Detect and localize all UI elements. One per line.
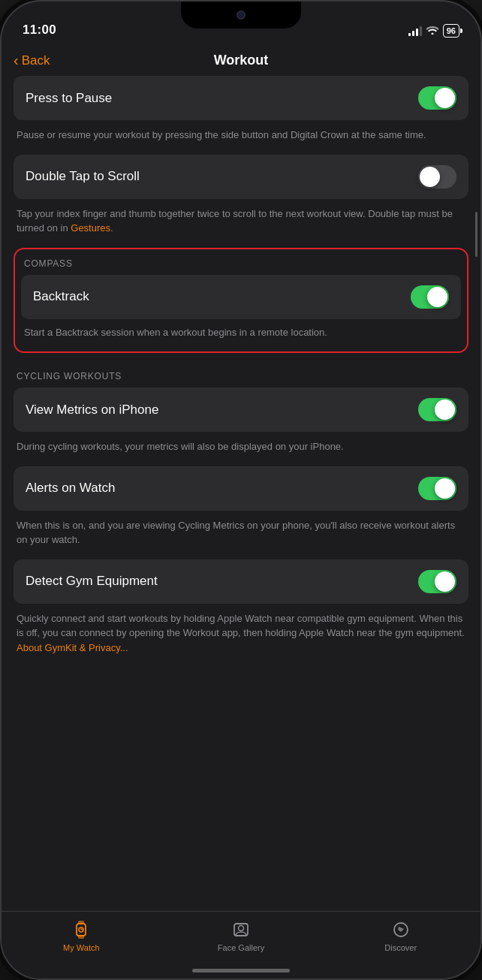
double-tap-label: Double Tap to Scroll	[26, 169, 140, 184]
toggle-knob-4	[435, 400, 455, 420]
press-to-pause-row: Press to Pause	[14, 76, 468, 120]
home-indicator	[192, 969, 290, 972]
wifi-icon	[426, 25, 438, 37]
svg-marker-9	[398, 927, 404, 932]
detect-gym-toggle[interactable]	[418, 570, 456, 593]
phone-frame: 11:00 96 ‹	[0, 0, 482, 980]
alerts-on-watch-row: Alerts on Watch	[14, 466, 468, 511]
toggle-knob-6	[435, 571, 455, 592]
detect-gym-row: Detect Gym Equipment	[14, 559, 468, 604]
press-to-pause-label: Press to Pause	[26, 91, 112, 106]
front-camera	[236, 11, 246, 20]
status-icons: 96	[408, 24, 459, 38]
status-time: 11:00	[23, 23, 56, 38]
toggle-knob-2	[420, 167, 440, 187]
alerts-on-watch-toggle[interactable]	[418, 477, 456, 500]
double-tap-toggle[interactable]	[418, 165, 456, 188]
discover-icon	[390, 919, 411, 940]
face-gallery-icon	[230, 919, 252, 940]
screen-content[interactable]: ‹ Back Workout Press to Pause Pause or r…	[2, 44, 480, 911]
back-button[interactable]: ‹ Back	[14, 52, 50, 69]
face-gallery-label: Face Gallery	[218, 943, 264, 952]
settings-content: Press to Pause Pause or resume your work…	[2, 76, 480, 667]
compass-section: COMPASS Backtrack Start a Backtrack sess…	[14, 248, 468, 354]
view-metrics-label: View Metrics on iPhone	[26, 403, 158, 418]
svg-rect-2	[78, 935, 84, 939]
my-watch-label: My Watch	[63, 943, 100, 952]
press-to-pause-toggle[interactable]	[418, 86, 456, 110]
gymkit-link[interactable]: About GymKit & Privacy...	[17, 642, 128, 653]
detect-gym-desc-pre: Quickly connect and start workouts by ho…	[17, 613, 465, 639]
battery-icon: 96	[443, 24, 459, 38]
alerts-on-watch-description: When this is on, and you are viewing Cyc…	[14, 512, 468, 559]
discover-label: Discover	[384, 943, 417, 952]
svg-rect-1	[78, 921, 84, 924]
backtrack-row: Backtrack	[21, 275, 461, 319]
detect-gym-label: Detect Gym Equipment	[26, 574, 158, 589]
my-watch-icon	[71, 919, 92, 940]
press-to-pause-description: Pause or resume your workout by pressing…	[14, 122, 468, 155]
back-chevron-icon: ‹	[14, 52, 19, 69]
backtrack-label: Backtrack	[33, 289, 89, 304]
tab-face-gallery[interactable]: Face Gallery	[161, 919, 321, 952]
toggle-knob-5	[435, 478, 455, 499]
page-title: Workout	[214, 53, 269, 68]
tab-my-watch[interactable]: My Watch	[2, 919, 161, 952]
tab-discover[interactable]: Discover	[321, 919, 480, 952]
detect-gym-description: Quickly connect and start workouts by ho…	[14, 605, 468, 668]
view-metrics-row: View Metrics on iPhone	[14, 387, 468, 432]
double-tap-description: Tap your index finger and thumb together…	[14, 201, 468, 248]
signal-icon	[408, 26, 422, 36]
notch	[181, 2, 301, 29]
back-label: Back	[22, 53, 50, 68]
toggle-knob	[435, 88, 455, 108]
compass-section-header: COMPASS	[15, 255, 467, 275]
backtrack-description: Start a Backtrack session when a workout…	[15, 319, 467, 343]
scroll-track	[475, 212, 477, 257]
view-metrics-description: During cycling workouts, your metrics wi…	[14, 433, 468, 466]
nav-header: ‹ Back Workout	[2, 44, 480, 76]
gestures-link[interactable]: Gestures	[71, 222, 110, 234]
cycling-section-header: CYCLING WORKOUTS	[14, 359, 468, 387]
double-tap-desc-post: .	[110, 222, 113, 234]
toggle-knob-3	[427, 287, 447, 307]
svg-point-7	[239, 926, 244, 931]
alerts-on-watch-label: Alerts on Watch	[26, 481, 115, 496]
backtrack-toggle[interactable]	[411, 285, 449, 309]
double-tap-row: Double Tap to Scroll	[14, 155, 468, 199]
view-metrics-toggle[interactable]	[418, 398, 456, 421]
